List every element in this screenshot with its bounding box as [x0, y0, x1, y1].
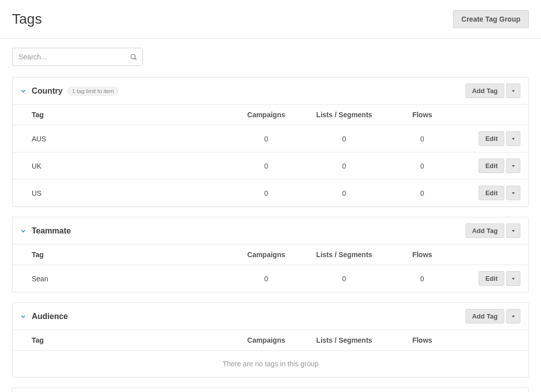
group-actions-dropdown[interactable]: [506, 223, 520, 238]
tag-campaigns-count: 0: [234, 162, 299, 170]
tag-flows-count: 0: [390, 135, 455, 143]
tag-actions-dropdown[interactable]: [506, 271, 520, 286]
page-title: Tags: [12, 11, 42, 27]
group-title[interactable]: Country: [32, 87, 62, 96]
tag-flows-count: 0: [390, 162, 455, 170]
tag-name: Sean: [32, 275, 234, 283]
col-header-campaigns: Campaigns: [234, 251, 299, 259]
tag-flows-count: 0: [390, 275, 455, 283]
svg-marker-6: [512, 230, 515, 232]
tag-actions: Edit: [479, 159, 520, 173]
col-header-lists-segments: Lists / Segments: [299, 336, 390, 344]
chevron-down-icon[interactable]: [20, 227, 27, 234]
tag-actions-dropdown[interactable]: [506, 159, 520, 173]
svg-marker-5: [512, 192, 515, 194]
tag-name: UK: [32, 162, 234, 170]
tag-campaigns-count: 0: [234, 189, 299, 197]
group-title[interactable]: Teammate: [32, 226, 71, 236]
tag-group: Ungrouped tagsAdd Tag: [12, 387, 529, 392]
svg-marker-2: [512, 90, 515, 92]
tag-limit-badge: 1 tag limit to item: [67, 87, 118, 96]
caret-down-icon: [511, 276, 516, 281]
search-input[interactable]: [13, 49, 142, 65]
add-tag-button[interactable]: Add Tag: [466, 223, 504, 238]
group-header: TeammateAdd Tag: [13, 217, 528, 244]
col-header-flows: Flows: [390, 336, 455, 344]
col-header-campaigns: Campaigns: [234, 336, 299, 344]
col-header-flows: Flows: [390, 111, 455, 119]
tag-actions: Edit: [479, 131, 520, 146]
edit-tag-button[interactable]: Edit: [479, 186, 504, 200]
tag-lists-segments-count: 0: [299, 162, 390, 170]
tag-actions-dropdown[interactable]: [506, 131, 520, 146]
caret-down-icon: [511, 89, 516, 94]
svg-marker-7: [512, 278, 515, 280]
edit-tag-button[interactable]: Edit: [479, 131, 504, 146]
group-title[interactable]: Audience: [32, 312, 68, 321]
chevron-down-icon[interactable]: [20, 88, 27, 95]
tag-actions: Edit: [479, 186, 520, 200]
add-tag-button[interactable]: Add Tag: [466, 84, 504, 98]
add-tag-button[interactable]: Add Tag: [466, 309, 504, 324]
edit-tag-button[interactable]: Edit: [479, 159, 504, 173]
svg-marker-3: [512, 138, 515, 140]
tag-row: AUS000Edit: [13, 125, 528, 152]
tag-row: US000Edit: [13, 179, 528, 206]
add-tag-button-group: Add Tag: [466, 84, 520, 98]
columns-header: TagCampaignsLists / SegmentsFlows: [13, 104, 528, 125]
tag-group: TeammateAdd TagTagCampaignsLists / Segme…: [12, 217, 529, 292]
col-header-tag: Tag: [32, 251, 234, 259]
tag-row: UK000Edit: [13, 152, 528, 179]
tag-flows-count: 0: [390, 189, 455, 197]
caret-down-icon: [511, 136, 516, 141]
caret-down-icon: [511, 164, 516, 169]
search-wrap: [12, 48, 529, 66]
edit-tag-button[interactable]: Edit: [479, 271, 504, 286]
search-box: [12, 48, 143, 66]
create-tag-group-button[interactable]: Create Tag Group: [453, 10, 529, 28]
col-header-flows: Flows: [390, 251, 455, 259]
tag-lists-segments-count: 0: [299, 275, 390, 283]
col-header-tag: Tag: [32, 336, 234, 344]
tag-actions-dropdown[interactable]: [506, 186, 520, 200]
tag-lists-segments-count: 0: [299, 189, 390, 197]
columns-header: TagCampaignsLists / SegmentsFlows: [13, 244, 528, 265]
tag-name: AUS: [32, 135, 234, 143]
group-header: Ungrouped tagsAdd Tag: [13, 388, 528, 392]
col-header-lists-segments: Lists / Segments: [299, 251, 390, 259]
caret-down-icon: [511, 228, 516, 233]
chevron-down-icon[interactable]: [20, 313, 27, 320]
tag-campaigns-count: 0: [234, 275, 299, 283]
group-actions-dropdown[interactable]: [506, 309, 520, 324]
tag-campaigns-count: 0: [234, 135, 299, 143]
tag-actions: Edit: [479, 271, 520, 286]
tag-row: Sean000Edit: [13, 265, 528, 292]
content-area: Country1 tag limit to itemAdd TagTagCamp…: [0, 39, 541, 392]
caret-down-icon: [511, 314, 516, 319]
columns-header: TagCampaignsLists / SegmentsFlows: [13, 330, 528, 350]
col-header-campaigns: Campaigns: [234, 111, 299, 119]
tag-group: Country1 tag limit to itemAdd TagTagCamp…: [12, 77, 529, 207]
caret-down-icon: [511, 191, 516, 196]
tag-group: AudienceAdd TagTagCampaignsLists / Segme…: [12, 302, 529, 377]
svg-marker-4: [512, 165, 515, 167]
svg-marker-8: [512, 316, 515, 318]
group-actions-dropdown[interactable]: [506, 84, 520, 98]
group-header: Country1 tag limit to itemAdd Tag: [13, 77, 528, 104]
add-tag-button-group: Add Tag: [466, 223, 520, 238]
tag-name: US: [32, 189, 234, 197]
add-tag-button-group: Add Tag: [466, 309, 520, 324]
empty-group-message: There are no tags in this group: [13, 350, 528, 377]
tag-lists-segments-count: 0: [299, 135, 390, 143]
col-header-lists-segments: Lists / Segments: [299, 111, 390, 119]
page-header: Tags Create Tag Group: [0, 0, 541, 39]
col-header-tag: Tag: [32, 111, 234, 119]
group-header: AudienceAdd Tag: [13, 303, 528, 330]
